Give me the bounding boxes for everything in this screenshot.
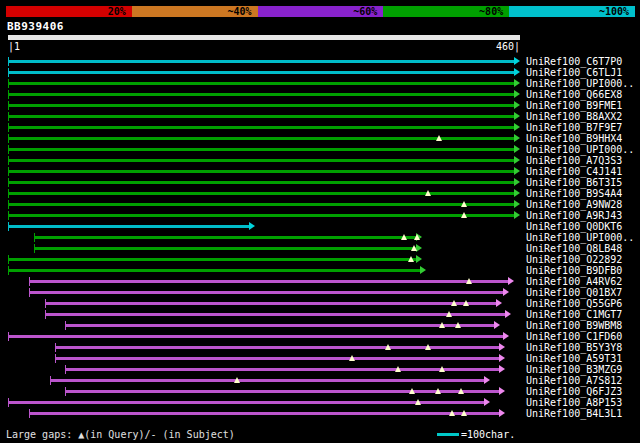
bar-arrowhead-icon [503,332,509,340]
hit-alignment-bar[interactable] [8,89,519,100]
hit-label[interactable]: UniRef100_A9NW28 [526,199,622,210]
hit-bar-area [8,122,520,133]
hit-alignment-bar[interactable] [8,199,519,210]
hit-label[interactable]: UniRef100_B9S4A4 [526,188,622,199]
gap-marker-icon [439,366,445,372]
hit-label[interactable]: UniRef100_C1FD60 [526,331,622,342]
hit-alignment-bar[interactable] [8,221,254,232]
scale-segment-label: ~100% [599,6,635,17]
hit-label[interactable]: UniRef100_UPI000.. [526,78,634,89]
hit-label[interactable]: UniRef100_A7S812 [526,375,622,386]
gap-marker-icon [446,311,452,317]
bar-line [34,247,417,250]
bar-line [8,104,515,107]
hit-row: UniRef100_A4RV62 [8,276,640,287]
hit-label[interactable]: UniRef100_B7F9E7 [526,122,622,133]
hit-alignment-bar[interactable] [29,408,504,419]
hit-alignment-bar[interactable] [8,111,519,122]
hit-label[interactable]: UniRef100_O22892 [526,254,622,265]
hit-label[interactable]: UniRef100_B5Y3Y8 [526,342,622,353]
hit-label[interactable]: UniRef100_B8AXX2 [526,111,622,122]
hit-row: UniRef100_B9WBM8 [8,320,640,331]
hit-alignment-bar[interactable] [8,100,519,111]
hit-label[interactable]: UniRef100_A9RJ43 [526,210,622,221]
hit-alignment-bar[interactable] [8,122,519,133]
hit-bar-area [8,386,520,397]
hit-alignment-bar[interactable] [8,133,519,144]
hit-alignment-bar[interactable] [45,309,510,320]
hit-alignment-bar[interactable] [55,353,505,364]
scale-sample-label: =100char. [461,428,515,441]
bar-line [8,401,485,404]
hit-bar-area [8,56,520,67]
scale-segment: 20% [6,6,132,17]
hit-label[interactable]: UniRef100_A59T31 [526,353,622,364]
hit-label[interactable]: UniRef100_C4J141 [526,166,622,177]
hit-label[interactable]: UniRef100_Q01BX7 [526,287,622,298]
hit-row: UniRef100_A59T31 [8,353,640,364]
hit-label[interactable]: UniRef100_B9WBM8 [526,320,622,331]
hit-alignment-bar[interactable] [8,331,508,342]
bar-line [8,60,515,63]
hit-alignment-bar[interactable] [8,254,421,265]
bar-line [8,203,515,206]
hit-alignment-bar[interactable] [8,144,519,155]
gap-marker-icon [449,410,455,416]
hit-alignment-bar[interactable] [34,232,421,243]
hit-bar-area [8,243,520,254]
bar-line [55,357,501,360]
bar-line [8,170,515,173]
hit-label[interactable]: UniRef100_Q8LB48 [526,243,622,254]
hit-label[interactable]: UniRef100_A4RV62 [526,276,622,287]
hit-label[interactable]: UniRef100_UPI000.. [526,144,634,155]
bar-arrowhead-icon [514,156,520,164]
hit-label[interactable]: UniRef100_A7Q3S3 [526,155,622,166]
hit-alignment-bar[interactable] [8,67,519,78]
hit-label[interactable]: UniRef100_A8P153 [526,397,622,408]
hit-label[interactable]: UniRef100_C6T7P0 [526,56,622,67]
hit-label[interactable]: UniRef100_UPI000.. [526,232,634,243]
gap-marker-icon [455,322,461,328]
hit-label[interactable]: UniRef100_Q66EX8 [526,89,622,100]
hit-bar-area [8,287,520,298]
bar-line [8,115,515,118]
hit-label[interactable]: UniRef100_Q55GP6 [526,298,622,309]
hit-label[interactable]: UniRef100_B3MZG9 [526,364,622,375]
hit-label[interactable]: UniRef100_B9HHX4 [526,133,622,144]
hit-alignment-bar[interactable] [45,298,501,309]
hit-alignment-bar[interactable] [8,188,519,199]
hit-alignment-bar[interactable] [8,177,519,188]
hit-label[interactable]: UniRef100_Q0DKT6 [526,221,622,232]
bar-line [8,93,515,96]
hit-label[interactable]: UniRef100_Q6FJZ3 [526,386,622,397]
hit-label[interactable]: UniRef100_B9FME1 [526,100,622,111]
hit-alignment-bar[interactable] [50,375,489,386]
bar-line [8,181,515,184]
hit-alignment-bar[interactable] [8,155,519,166]
hit-alignment-bar[interactable] [29,287,508,298]
hit-alignment-bar[interactable] [65,320,499,331]
hit-alignment-bar[interactable] [8,78,519,89]
bar-arrowhead-icon [514,200,520,208]
gap-marker-icon [461,201,467,207]
hit-alignment-bar[interactable] [34,243,421,254]
hit-row: UniRef100_A8P153 [8,397,640,408]
hit-label[interactable]: UniRef100_B4L3L1 [526,408,622,419]
hit-label[interactable]: UniRef100_B6T3I5 [526,177,622,188]
hit-row: UniRef100_C1FD60 [8,331,640,342]
hit-alignment-bar[interactable] [8,265,425,276]
hit-alignment-bar[interactable] [29,276,513,287]
bar-arrowhead-icon [514,211,520,219]
bar-arrowhead-icon [514,134,520,142]
hit-alignment-bar[interactable] [8,210,519,221]
hit-alignment-bar[interactable] [55,342,505,353]
hit-bar-area [8,188,520,199]
gap-marker-icon [461,410,467,416]
hit-alignment-bar[interactable] [8,166,519,177]
hit-label[interactable]: UniRef100_C1MGT7 [526,309,622,320]
gap-marker-icon [439,322,445,328]
hit-label[interactable]: UniRef100_C6TLJ1 [526,67,622,78]
bar-arrowhead-icon [514,112,520,120]
hit-label[interactable]: UniRef100_B9DFB0 [526,265,622,276]
hit-alignment-bar[interactable] [8,56,519,67]
